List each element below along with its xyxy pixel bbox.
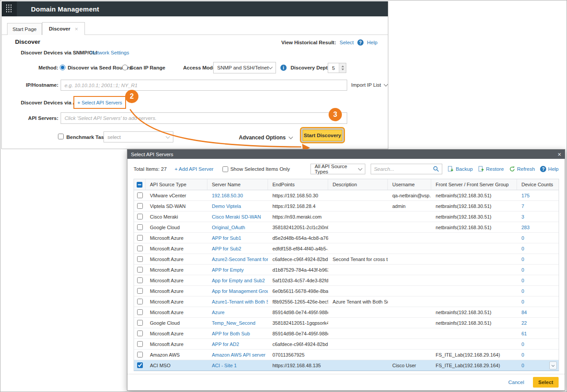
col-description[interactable]: Description bbox=[328, 179, 388, 190]
advanced-options-toggle[interactable]: Advanced Options bbox=[239, 135, 292, 141]
search-icon[interactable] bbox=[433, 166, 439, 172]
table-row[interactable]: Microsoft Azure APP for Sub2 edfdf158-ef… bbox=[134, 243, 559, 254]
table-row[interactable]: Viptela SD-WAN Demo Viptela https://192.… bbox=[134, 201, 559, 211]
row-checkbox[interactable] bbox=[137, 288, 143, 294]
radio-scan-ip-range[interactable] bbox=[122, 65, 128, 70]
cell-device-counts-link[interactable]: 175 bbox=[517, 193, 559, 198]
show-selected-only-checkbox[interactable] bbox=[222, 166, 228, 172]
cell-device-counts-link[interactable]: 0 bbox=[517, 278, 559, 283]
table-row[interactable]: Microsoft Azure APP for Both Sub 85914d9… bbox=[134, 328, 559, 339]
row-checkbox[interactable] bbox=[137, 203, 143, 209]
access-mode-select[interactable]: SNMP and SSH/Telnet bbox=[213, 62, 276, 73]
table-row[interactable]: Amazon AWS Amazon AWS API server 0701135… bbox=[134, 350, 559, 360]
row-checkbox[interactable] bbox=[137, 256, 143, 262]
network-settings-link[interactable]: Network Settings bbox=[91, 50, 129, 55]
tab-start-page[interactable]: Start Page bbox=[7, 23, 42, 35]
cell-device-counts-link[interactable]: 0 bbox=[517, 342, 559, 347]
col-endpoints[interactable]: EndPoints bbox=[268, 179, 328, 190]
cell-server-name-link[interactable]: APP for Sub1 bbox=[207, 235, 268, 241]
row-checkbox[interactable] bbox=[137, 362, 143, 368]
cell-server-name-link[interactable]: Azure1-Tenant with Both S... bbox=[207, 299, 268, 304]
cell-server-name-link[interactable]: Temp_New_Second bbox=[207, 320, 268, 326]
dialog-close-icon[interactable]: × bbox=[558, 151, 561, 158]
row-checkbox[interactable] bbox=[137, 320, 143, 326]
help-link[interactable]: Help bbox=[367, 40, 378, 45]
row-checkbox[interactable] bbox=[137, 224, 143, 230]
cell-device-counts-link[interactable]: 84 bbox=[517, 310, 559, 315]
import-ip-list[interactable]: Import IP List bbox=[351, 82, 387, 88]
col-device-counts[interactable]: Device Counts bbox=[517, 179, 559, 190]
row-checkbox[interactable] bbox=[137, 309, 143, 315]
row-dropdown-button[interactable] bbox=[549, 361, 557, 369]
col-server-name[interactable]: Server Name bbox=[207, 179, 268, 190]
table-row[interactable]: Microsoft Azure APP for Empty d1b87529-7… bbox=[134, 265, 559, 275]
row-checkbox[interactable] bbox=[137, 246, 143, 251]
add-api-server-link[interactable]: + Add API Server bbox=[175, 166, 214, 172]
cell-device-counts-link[interactable]: 0 bbox=[517, 267, 559, 273]
restore-link[interactable]: Restore bbox=[478, 166, 504, 172]
backup-link[interactable]: Backup bbox=[448, 166, 472, 172]
tab-close-icon[interactable]: × bbox=[75, 26, 78, 32]
table-row[interactable]: Google Cloud Original_OAuth 358182412051… bbox=[134, 222, 559, 233]
cell-device-counts-link[interactable]: 0 bbox=[517, 257, 559, 262]
row-checkbox[interactable] bbox=[137, 341, 143, 347]
tab-discover[interactable]: Discover × bbox=[42, 22, 85, 35]
cell-server-name-link[interactable]: Demo Viptela bbox=[207, 204, 268, 209]
search-box[interactable] bbox=[371, 164, 442, 174]
col-api-source-type[interactable]: API Source Type bbox=[146, 179, 207, 190]
cell-server-name-link[interactable]: App for Empty and Sub2 bbox=[207, 278, 268, 283]
stepper-arrows[interactable] bbox=[339, 63, 346, 73]
dialog-help-link[interactable]: ? Help bbox=[540, 166, 559, 172]
table-row[interactable]: Microsoft Azure Azure2-Second Tenant for… bbox=[134, 254, 559, 265]
cell-server-name-link[interactable]: APP for AD2 bbox=[207, 342, 268, 347]
table-row[interactable]: Microsoft Azure APP for AD2 c6afdece-c96… bbox=[134, 339, 559, 350]
table-row[interactable]: ACI MSO ACI - Site 1 https://192.168.48.… bbox=[134, 360, 559, 371]
row-checkbox[interactable] bbox=[137, 235, 143, 241]
cell-device-counts-link[interactable]: 22 bbox=[517, 320, 559, 326]
stepper-up-icon[interactable] bbox=[341, 65, 344, 67]
cell-device-counts-link[interactable]: 61 bbox=[517, 331, 559, 336]
row-checkbox[interactable] bbox=[137, 192, 143, 198]
col-username[interactable]: Username bbox=[388, 179, 431, 190]
cell-device-counts-link[interactable]: 283 bbox=[517, 225, 559, 230]
row-checkbox[interactable] bbox=[137, 277, 143, 283]
app-launcher-button[interactable] bbox=[2, 1, 17, 16]
refresh-link[interactable]: Refresh bbox=[509, 166, 535, 172]
cell-server-name-link[interactable]: 192.168.50.30 bbox=[207, 193, 268, 198]
api-source-type-filter[interactable]: All API Source Types bbox=[310, 164, 365, 174]
cell-server-name-link[interactable]: APP for Sub2 bbox=[207, 246, 268, 251]
start-discovery-button[interactable]: Start Discovery bbox=[303, 130, 342, 141]
ip-hostname-input[interactable] bbox=[61, 80, 347, 91]
radio-discover-seed-routers[interactable] bbox=[60, 65, 65, 70]
discovery-depth-stepper[interactable]: 5 bbox=[328, 63, 346, 73]
select-api-servers-link[interactable]: + Select API Servers bbox=[77, 100, 122, 105]
show-selected-only[interactable]: Show Selected Items Only bbox=[222, 166, 290, 172]
table-row[interactable]: VMware vCenter 192.168.50.30 https://192… bbox=[134, 190, 559, 201]
cell-server-name-link[interactable]: Amazon AWS API server bbox=[207, 352, 268, 357]
col-front-server[interactable]: Front Server / Front Server Group bbox=[431, 179, 517, 190]
cell-server-name-link[interactable]: App for Management Group bbox=[207, 288, 268, 294]
table-row[interactable]: Google Cloud Temp_New_Second 35818241205… bbox=[134, 318, 559, 328]
cell-server-name-link[interactable]: Azure bbox=[207, 310, 268, 315]
row-checkbox[interactable] bbox=[137, 267, 143, 273]
stepper-down-icon[interactable] bbox=[341, 69, 344, 70]
cancel-button[interactable]: Cancel bbox=[508, 380, 524, 385]
row-checkbox[interactable] bbox=[137, 331, 143, 336]
cell-device-counts-link[interactable]: 3 bbox=[517, 214, 559, 219]
cell-server-name-link[interactable]: APP for Empty bbox=[207, 267, 268, 273]
cell-device-counts-link[interactable]: 0 bbox=[517, 299, 559, 304]
cell-device-counts-link[interactable]: 0 bbox=[517, 246, 559, 251]
search-input[interactable] bbox=[374, 166, 431, 172]
table-row[interactable]: Microsoft Azure App for Empty and Sub2 5… bbox=[134, 275, 559, 286]
row-checkbox[interactable] bbox=[137, 352, 143, 357]
cell-server-name-link[interactable]: APP for Both Sub bbox=[207, 331, 268, 336]
info-icon[interactable]: i bbox=[280, 65, 287, 71]
cell-server-name-link[interactable]: Cisco Meraki SD-WAN bbox=[207, 214, 268, 219]
benchmark-task-checkbox[interactable] bbox=[58, 134, 64, 139]
row-checkbox[interactable] bbox=[137, 214, 143, 219]
cell-device-counts-link[interactable]: 7 bbox=[517, 204, 559, 209]
historical-select-link[interactable]: Select bbox=[340, 40, 354, 45]
cell-device-counts-link[interactable]: 0 bbox=[517, 288, 559, 294]
table-row[interactable]: Microsoft Azure App for Management Group… bbox=[134, 286, 559, 296]
row-checkbox[interactable] bbox=[137, 299, 143, 304]
